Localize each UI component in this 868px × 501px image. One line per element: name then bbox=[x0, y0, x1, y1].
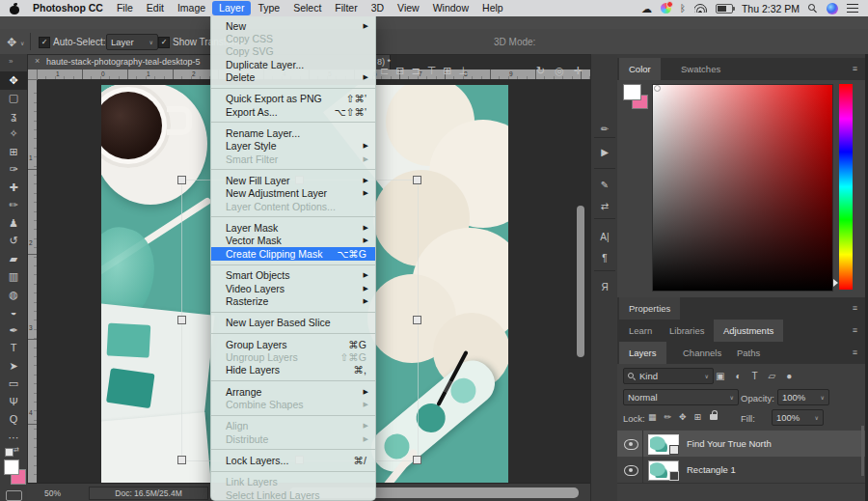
tab-paths[interactable]: Paths bbox=[727, 342, 770, 364]
panel-menu-icon[interactable]: ≡ bbox=[853, 348, 857, 357]
menubar-item-photoshop-cc[interactable]: Photoshop CC bbox=[26, 1, 110, 15]
tab-close-icon[interactable]: × bbox=[35, 56, 40, 66]
cloud-sync-icon[interactable]: ☁ bbox=[641, 4, 652, 14]
menubar-item-layer[interactable]: Layer bbox=[212, 1, 251, 15]
menu-item-layer-mask[interactable]: Layer Mask▶ bbox=[211, 221, 375, 234]
doc-size-info[interactable]: Doc: 16.5M/25.4M bbox=[89, 487, 208, 500]
move-tool-icon[interactable]: ✥ bbox=[7, 36, 16, 49]
dodge-tool[interactable]: ◒ bbox=[0, 304, 27, 322]
battery-icon[interactable] bbox=[716, 4, 733, 14]
menubar-item-filter[interactable]: Filter bbox=[328, 1, 364, 15]
3d-roll-icon[interactable]: ◎ bbox=[555, 65, 564, 77]
blend-mode-dropdown[interactable]: Normal∨ bbox=[623, 389, 739, 405]
tab-layers[interactable]: Layers bbox=[619, 342, 666, 364]
show-transform-checkbox[interactable]: ✓ bbox=[158, 37, 170, 48]
menu-item-quick-export-as-png[interactable]: Quick Export as PNG⇧⌘' bbox=[211, 93, 375, 105]
lock-pixels-icon[interactable]: ✏ bbox=[665, 412, 672, 422]
transform-handle[interactable] bbox=[177, 456, 186, 464]
hue-slider-marker[interactable] bbox=[833, 279, 838, 287]
default-colors-icon[interactable] bbox=[5, 448, 14, 457]
spotlight-search-icon[interactable] bbox=[808, 4, 818, 14]
menubar-clock[interactable]: Thu 2:32 PM bbox=[742, 3, 800, 14]
tab-channels[interactable]: Channels bbox=[673, 342, 731, 364]
menu-item-delete[interactable]: Delete▶ bbox=[211, 70, 375, 83]
distribute-bottom-icon[interactable]: ⊥ bbox=[458, 65, 468, 77]
blur-tool[interactable]: ◍ bbox=[0, 286, 27, 304]
visibility-eye-icon[interactable] bbox=[624, 465, 638, 476]
lock-position-icon[interactable]: ✥ bbox=[679, 412, 687, 422]
menu-item-duplicate-layer[interactable]: Duplicate Layer... bbox=[211, 58, 375, 70]
menu-item-video-layers[interactable]: Video Layers▶ bbox=[211, 282, 375, 294]
menu-item-new-layer-based-slice[interactable]: New Layer Based Slice bbox=[211, 317, 375, 329]
brush-settings-panel-icon[interactable]: ✏ bbox=[591, 124, 618, 134]
color-field-marker[interactable] bbox=[654, 85, 661, 92]
3d-rotate-icon[interactable]: ↻ bbox=[536, 65, 545, 77]
screen-mode-icon[interactable] bbox=[6, 490, 22, 501]
quick-selection-tool[interactable]: ✧ bbox=[0, 125, 27, 144]
tab-properties[interactable]: Properties bbox=[619, 297, 680, 320]
menu-item-smart-objects[interactable]: Smart Objects▶ bbox=[211, 269, 375, 282]
menu-item-new[interactable]: New▶ bbox=[211, 19, 375, 32]
zoom-tool[interactable]: Q bbox=[0, 411, 27, 430]
spot-healing-tool[interactable]: ✚ bbox=[0, 179, 27, 197]
notification-center-icon[interactable] bbox=[847, 4, 858, 14]
transform-handle[interactable] bbox=[177, 176, 186, 184]
auto-select-checkbox[interactable]: ✓ bbox=[39, 37, 50, 48]
tab-swatches[interactable]: Swatches bbox=[671, 58, 730, 80]
eyedropper-tool[interactable]: ✑ bbox=[0, 161, 27, 180]
menubar-item-view[interactable]: View bbox=[391, 1, 426, 15]
menubar-item-window[interactable]: Window bbox=[426, 1, 475, 15]
menu-item-rename-layer[interactable]: Rename Layer... bbox=[211, 126, 375, 139]
menu-item-layer-style[interactable]: Layer Style▶ bbox=[211, 140, 375, 153]
panel-menu-icon[interactable]: ≡ bbox=[853, 64, 857, 73]
align-right-icon[interactable]: ⊐ bbox=[411, 65, 420, 77]
menubar-item-type[interactable]: Type bbox=[251, 1, 286, 15]
color-wheel-icon[interactable] bbox=[661, 3, 671, 14]
menubar-item-image[interactable]: Image bbox=[171, 1, 212, 15]
transform-handle[interactable] bbox=[413, 316, 421, 324]
menu-item-create-clipping-mask[interactable]: Create Clipping Mask⌥⌘G bbox=[211, 247, 375, 260]
mini-foreground-swatch[interactable] bbox=[623, 84, 641, 100]
menu-item-hide-layers[interactable]: Hide Layers⌘, bbox=[211, 364, 375, 376]
filter-shape-layers-icon[interactable]: ▱ bbox=[769, 371, 776, 381]
menu-item-rasterize[interactable]: Rasterize▶ bbox=[211, 294, 375, 307]
crop-tool[interactable]: ⊞ bbox=[0, 143, 27, 161]
menubar-item-3d[interactable]: 3D bbox=[365, 1, 391, 15]
clone-source-panel-icon[interactable]: ⇄ bbox=[591, 201, 618, 211]
move-tool[interactable]: ✥ bbox=[0, 71, 27, 90]
lasso-tool[interactable]: ʓ bbox=[0, 107, 27, 125]
bluetooth-icon[interactable]: ᛒ bbox=[680, 3, 686, 14]
menu-item-vector-mask[interactable]: Vector Mask▶ bbox=[211, 235, 375, 247]
hand-tool[interactable]: Ψ bbox=[0, 393, 27, 411]
layers-scrollbar[interactable] bbox=[861, 426, 864, 476]
swap-colors-icon[interactable]: ⇄ bbox=[14, 446, 19, 454]
tab-adjustments[interactable]: Adjustments bbox=[714, 320, 783, 342]
marquee-tool[interactable]: ▢ bbox=[0, 90, 27, 108]
siri-icon[interactable] bbox=[827, 3, 838, 14]
foreground-color-swatch[interactable] bbox=[4, 459, 19, 475]
panel-menu-icon[interactable]: ≡ bbox=[853, 303, 857, 313]
menubar-item-select[interactable]: Select bbox=[286, 1, 328, 15]
edit-toolbar[interactable]: ⋯ bbox=[0, 429, 27, 447]
transform-handle[interactable] bbox=[177, 316, 186, 324]
tab-libraries[interactable]: Libraries bbox=[660, 320, 714, 342]
filter-toggle-icon[interactable]: ● bbox=[786, 371, 792, 381]
visibility-eye-icon[interactable] bbox=[624, 439, 638, 450]
menu-item-export-as[interactable]: Export As...⌥⇧⌘' bbox=[211, 105, 375, 118]
distribute-middle-icon[interactable]: ⊞ bbox=[443, 65, 451, 77]
distribute-top-icon[interactable]: ⊤ bbox=[427, 65, 437, 77]
transform-handle[interactable] bbox=[413, 176, 421, 184]
brush-tool[interactable]: ✏ bbox=[0, 197, 27, 215]
3d-pan-icon[interactable]: ✛ bbox=[574, 65, 583, 77]
lock-artboard-icon[interactable]: ⊞ bbox=[694, 412, 702, 422]
layer-thumbnail[interactable] bbox=[648, 460, 679, 481]
layer-thumbnail[interactable] bbox=[648, 434, 679, 455]
path-selection-tool[interactable]: ➤ bbox=[0, 357, 27, 376]
actions-panel-icon[interactable]: ▶ bbox=[591, 147, 618, 157]
menubar-item-help[interactable]: Help bbox=[475, 1, 510, 15]
color-field[interactable] bbox=[652, 84, 833, 292]
layer-row[interactable]: Find Your True North bbox=[617, 431, 865, 458]
auto-select-dropdown[interactable]: Layer∨ bbox=[106, 34, 158, 50]
tool-preset-chevron-icon[interactable]: ∨ bbox=[20, 40, 24, 46]
opacity-value[interactable]: 100%∨ bbox=[777, 389, 829, 405]
